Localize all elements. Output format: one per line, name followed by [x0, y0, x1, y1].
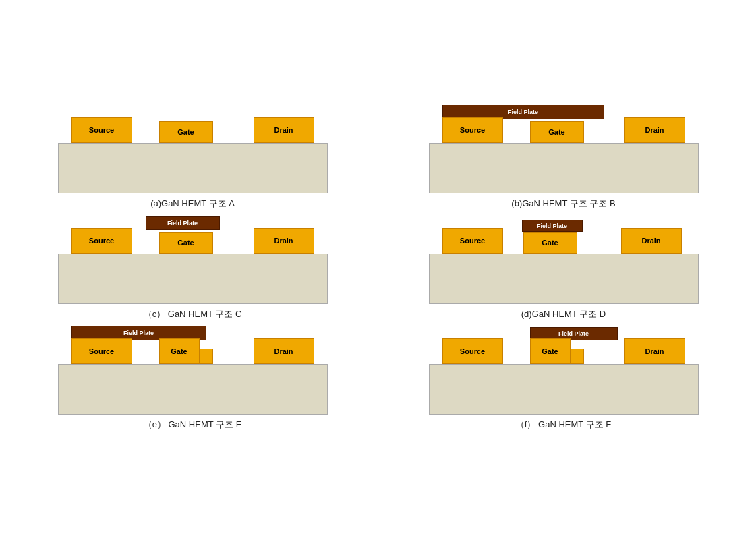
- cell-e: Field PlateSourceGateDrain（e） GaN HEMT 구…: [14, 327, 372, 431]
- diagram-grid: SourceGateDrain(a)GaN HEMT 구조 AField Pla…: [14, 106, 743, 431]
- source-label: Source: [460, 126, 485, 134]
- diagram-e: Field PlateSourceGateDrain: [51, 327, 335, 415]
- source-label: Source: [89, 237, 114, 245]
- gate-e: Gate: [159, 338, 200, 364]
- caption-d: (d)GaN HEMT 구조 D: [521, 308, 606, 320]
- source-f: Source: [442, 338, 503, 364]
- source-label: Source: [89, 347, 114, 355]
- source-e: Source: [71, 338, 132, 364]
- substrate: [429, 364, 699, 415]
- field-plate-label: Field Plate: [167, 220, 198, 227]
- gate-label: Gate: [177, 239, 194, 247]
- cell-a: SourceGateDrain(a)GaN HEMT 구조 A: [14, 106, 372, 210]
- gate-label: Gate: [542, 347, 558, 355]
- drain-label: Drain: [274, 347, 293, 355]
- gate-label: Gate: [177, 128, 194, 136]
- gate-label: Gate: [542, 239, 558, 247]
- drain-c: Drain: [254, 228, 314, 254]
- field-plate-label: Field Plate: [123, 330, 154, 336]
- gate-ext-e: [200, 349, 213, 364]
- substrate: [429, 143, 699, 193]
- diagram-a: SourceGateDrain: [51, 106, 335, 193]
- gate-d: Gate: [523, 232, 577, 254]
- drain-f: Drain: [624, 338, 685, 364]
- source-b: Source: [442, 117, 503, 143]
- field-plate-c: Field Plate: [146, 216, 220, 230]
- gate-label: Gate: [171, 347, 187, 355]
- diagram-d: Field PlateSourceGateDrain: [422, 216, 705, 304]
- diagram-f: Field PlateSourceGateDrain: [422, 327, 705, 415]
- gate-c: Gate: [159, 232, 213, 254]
- gate-a: Gate: [159, 121, 213, 143]
- drain-label: Drain: [645, 126, 664, 134]
- diagram-b: Field PlateSourceGateDrain: [422, 106, 705, 193]
- drain-b: Drain: [624, 117, 685, 143]
- gate-f: Gate: [530, 338, 571, 364]
- gate-ext-f: [571, 349, 584, 364]
- field-plate-label: Field Plate: [537, 222, 567, 229]
- source-d: Source: [442, 228, 503, 254]
- drain-a: Drain: [254, 117, 314, 143]
- caption-b: (b)GaN HEMT 구조 구조 B: [511, 198, 615, 210]
- drain-label: Drain: [645, 347, 664, 355]
- gate-b: Gate: [530, 121, 584, 143]
- cell-b: Field PlateSourceGateDrain(b)GaN HEMT 구조…: [385, 106, 743, 210]
- drain-label: Drain: [641, 237, 660, 245]
- source-label: Source: [460, 347, 485, 355]
- caption-f: （f） GaN HEMT 구조 F: [516, 419, 611, 431]
- field-plate-label: Field Plate: [558, 330, 589, 337]
- gate-label: Gate: [548, 128, 564, 136]
- diagram-c: Field PlateSourceGateDrain: [51, 216, 335, 304]
- substrate: [429, 254, 699, 304]
- cell-d: Field PlateSourceGateDrain(d)GaN HEMT 구조…: [385, 216, 743, 320]
- source-label: Source: [89, 126, 114, 134]
- substrate: [58, 364, 328, 415]
- caption-a: (a)GaN HEMT 구조 A: [150, 198, 235, 210]
- source-a: Source: [71, 117, 132, 143]
- source-c: Source: [71, 228, 132, 254]
- source-label: Source: [460, 237, 485, 245]
- drain-label: Drain: [274, 237, 293, 245]
- drain-d: Drain: [621, 228, 682, 254]
- cell-c: Field PlateSourceGateDrain（c） GaN HEMT 구…: [14, 216, 372, 320]
- substrate: [58, 254, 328, 304]
- field-plate-label: Field Plate: [508, 109, 538, 115]
- caption-e: （e） GaN HEMT 구조 E: [144, 419, 242, 431]
- cell-f: Field PlateSourceGateDrain（f） GaN HEMT 구…: [385, 327, 743, 431]
- substrate: [58, 143, 328, 193]
- caption-c: （c） GaN HEMT 구조 C: [144, 308, 242, 320]
- drain-label: Drain: [274, 126, 293, 134]
- field-plate-d: Field Plate: [522, 220, 583, 232]
- drain-e: Drain: [254, 338, 314, 364]
